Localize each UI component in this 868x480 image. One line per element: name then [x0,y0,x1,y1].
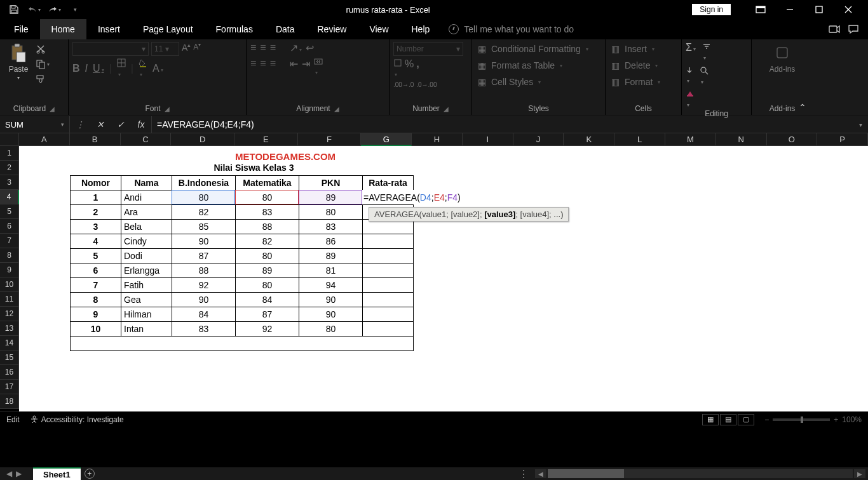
tab-formulas[interactable]: Formulas [205,19,264,39]
maximize-button[interactable] [804,0,834,19]
find-select-button[interactable] [700,66,709,86]
column-header[interactable]: D [171,133,234,146]
column-header[interactable]: C [121,133,172,146]
page-layout-view-icon[interactable]: ▤ [720,414,736,425]
row-header[interactable]: 3 [0,175,19,190]
page-break-view-icon[interactable]: ▢ [738,414,754,425]
number-launcher-icon[interactable]: ◢ [444,105,449,112]
table-row[interactable]: 6Erlangga888981 [71,263,414,277]
cancel-formula-button[interactable]: ✕ [90,119,111,130]
close-button[interactable] [834,0,863,19]
addins-button[interactable]: Add-ins [768,42,797,74]
italic-button[interactable]: I [85,63,88,74]
percent-format-icon[interactable]: % [405,58,414,79]
clipboard-launcher-icon[interactable]: ◢ [50,105,55,112]
tab-view[interactable]: View [358,19,400,39]
table-row[interactable]: 9Hilman848790 [71,307,414,321]
comments-icon[interactable] [848,24,859,34]
decrease-font-icon[interactable]: A▾ [193,42,201,56]
tab-review[interactable]: Review [306,19,358,39]
sign-in-button[interactable]: Sign in [692,4,731,15]
row-header[interactable]: 15 [0,350,19,365]
normal-view-icon[interactable]: ▦ [702,414,719,425]
delete-cells-button[interactable]: ▥Delete [609,58,658,72]
tell-me-search[interactable]: Tell me what you want to do [449,19,829,39]
table-row[interactable]: 8Gea908490 [71,292,414,307]
row-header[interactable]: 10 [0,277,19,292]
undo-icon[interactable] [25,2,43,17]
tab-home[interactable]: Home [40,19,86,39]
tab-help[interactable]: Help [400,19,442,39]
align-middle-icon[interactable]: ≡ [260,42,266,54]
hscroll-thumb[interactable] [548,469,624,478]
fx-icon[interactable]: fx [131,119,151,130]
column-header[interactable]: L [614,133,665,146]
row-header[interactable]: 16 [0,365,19,380]
comma-format-icon[interactable]: , [416,58,419,79]
column-header[interactable]: N [716,133,767,146]
tab-split-handle[interactable]: ⋮ [519,468,535,480]
align-right-icon[interactable]: ≡ [270,58,276,77]
increase-decimal-icon[interactable]: .00→.0 [393,81,414,88]
paste-button[interactable]: Paste▾ [4,42,33,81]
fill-color-button[interactable] [139,58,147,79]
increase-indent-icon[interactable]: ⇥ [302,58,310,77]
formula-input[interactable]: =AVERAGEA(D4;E4;F4) [152,116,853,133]
column-header[interactable]: G [361,133,412,146]
tab-page-layout[interactable]: Page Layout [132,19,205,39]
decrease-decimal-icon[interactable]: .0→.00 [416,81,437,88]
format-cells-button[interactable]: ▥Format [609,75,660,89]
font-launcher-icon[interactable]: ◢ [165,105,170,112]
collapse-ribbon-icon[interactable]: ⌃ [799,102,806,112]
table-row[interactable]: 10Intan839280 [71,321,414,336]
column-header[interactable]: I [463,133,513,146]
sort-filter-button[interactable] [702,42,711,62]
cell-styles-button[interactable]: ▦Cell Styles [476,75,541,89]
column-header[interactable]: F [298,133,362,146]
row-header[interactable]: 13 [0,321,19,336]
font-size-select[interactable]: 11 ▾ [151,42,179,56]
ribbon-display-options-icon[interactable] [746,0,775,19]
expand-formula-bar-icon[interactable]: ▾ [853,116,868,133]
row-header[interactable]: 18 [0,394,19,409]
qat-customize-icon[interactable]: ▾ [66,2,84,17]
row-header[interactable]: 1 [0,146,19,161]
merge-button[interactable] [314,58,323,77]
tab-file[interactable]: File [3,19,40,39]
zoom-level[interactable]: 100% [842,415,862,424]
column-header[interactable]: E [234,133,298,146]
table-row[interactable]: 4Cindy908286 [71,234,414,248]
row-header[interactable]: 5 [0,204,19,219]
row-header[interactable]: 2 [0,161,19,175]
fill-button[interactable] [686,66,693,86]
hscroll-track[interactable] [548,469,853,478]
border-button[interactable] [117,58,126,79]
cut-button[interactable] [36,44,50,54]
name-box[interactable]: SUM [0,116,70,133]
zoom-in-icon[interactable]: + [834,415,838,424]
column-header[interactable]: K [564,133,614,146]
underline-button[interactable]: U [93,63,104,74]
align-center-icon[interactable]: ≡ [260,58,266,77]
row-header[interactable]: 4 [0,190,19,204]
autosum-button[interactable]: Σ [686,42,696,62]
row-header[interactable]: 7 [0,234,19,248]
dropdown-functions-icon[interactable]: ⋮ [70,119,90,130]
number-format-select[interactable]: Number▾ [393,42,463,56]
zoom-slider[interactable] [773,418,830,421]
alignment-launcher-icon[interactable]: ◢ [334,105,339,112]
row-header[interactable]: 17 [0,380,19,394]
table-row[interactable]: 3Bela858883 [71,219,414,234]
column-header[interactable]: J [513,133,564,146]
conditional-formatting-button[interactable]: ▦Conditional Formatting [476,42,588,56]
scroll-left-icon[interactable]: ◀ [535,469,546,478]
bold-button[interactable]: B [72,63,80,74]
tab-insert[interactable]: Insert [86,19,132,39]
font-color-button[interactable]: A [153,63,163,74]
sheet-tab[interactable]: Sheet1 [33,467,81,480]
insert-cells-button[interactable]: ▥Insert [609,42,654,56]
orientation-icon[interactable]: ↗ [290,42,302,54]
wrap-text-icon[interactable]: ↩ [306,42,314,54]
column-header[interactable]: O [767,133,818,146]
accounting-format-icon[interactable] [393,58,402,79]
